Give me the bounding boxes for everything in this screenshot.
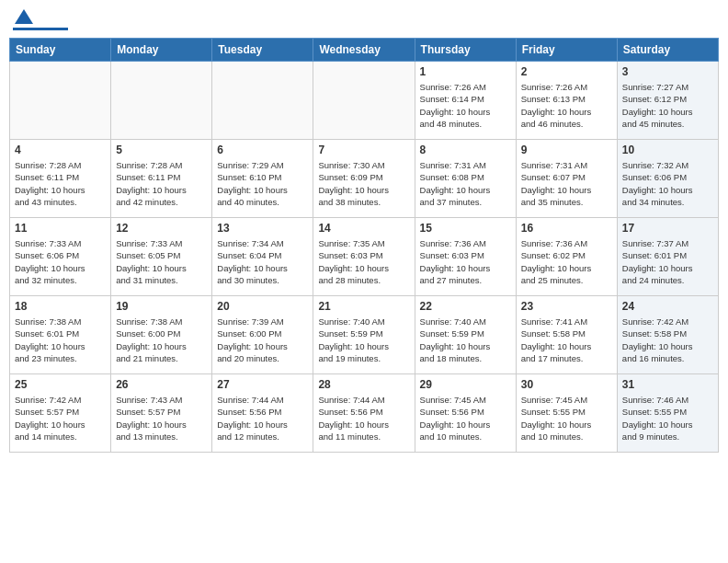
day-number: 22	[420, 300, 511, 313]
day-info: Sunrise: 7:36 AMSunset: 6:02 PMDaylight:…	[521, 237, 612, 286]
day-info: Sunrise: 7:38 AMSunset: 6:01 PMDaylight:…	[15, 316, 106, 364]
table-row: 1Sunrise: 7:26 AMSunset: 6:14 PMDaylight…	[415, 62, 516, 140]
day-number: 23	[521, 300, 612, 313]
table-row: 24Sunrise: 7:42 AMSunset: 5:58 PMDayligh…	[617, 296, 718, 374]
day-number: 9	[521, 144, 612, 156]
day-info: Sunrise: 7:28 AMSunset: 6:11 PMDaylight:…	[116, 159, 207, 208]
table-row	[10, 62, 111, 140]
logo	[13, 9, 68, 30]
day-number: 30	[521, 378, 612, 391]
day-info: Sunrise: 7:26 AMSunset: 6:14 PMDaylight:…	[420, 81, 511, 130]
day-info: Sunrise: 7:32 AMSunset: 6:06 PMDaylight:…	[622, 159, 713, 208]
day-info: Sunrise: 7:42 AMSunset: 5:58 PMDaylight:…	[622, 316, 713, 364]
column-header-saturday: Saturday	[617, 39, 718, 62]
column-header-thursday: Thursday	[415, 39, 516, 62]
day-number: 28	[318, 378, 409, 391]
table-row: 16Sunrise: 7:36 AMSunset: 6:02 PMDayligh…	[516, 218, 617, 296]
day-number: 25	[15, 378, 106, 391]
table-row: 29Sunrise: 7:45 AMSunset: 5:56 PMDayligh…	[415, 374, 516, 453]
day-info: Sunrise: 7:36 AMSunset: 6:03 PMDaylight:…	[420, 237, 511, 286]
table-row: 28Sunrise: 7:44 AMSunset: 5:56 PMDayligh…	[313, 374, 415, 453]
day-number: 14	[318, 222, 409, 235]
day-info: Sunrise: 7:26 AMSunset: 6:13 PMDaylight:…	[521, 81, 612, 130]
table-row: 9Sunrise: 7:31 AMSunset: 6:07 PMDaylight…	[516, 140, 617, 218]
day-number: 5	[116, 144, 207, 156]
table-row: 15Sunrise: 7:36 AMSunset: 6:03 PMDayligh…	[415, 218, 516, 296]
day-number: 24	[622, 300, 713, 313]
day-number: 29	[420, 378, 511, 391]
column-header-wednesday: Wednesday	[313, 39, 415, 62]
day-info: Sunrise: 7:39 AMSunset: 6:00 PMDaylight:…	[217, 316, 308, 364]
day-info: Sunrise: 7:40 AMSunset: 5:59 PMDaylight:…	[420, 316, 511, 364]
day-info: Sunrise: 7:45 AMSunset: 5:55 PMDaylight:…	[521, 394, 612, 442]
table-row: 22Sunrise: 7:40 AMSunset: 5:59 PMDayligh…	[415, 296, 516, 374]
table-row: 10Sunrise: 7:32 AMSunset: 6:06 PMDayligh…	[617, 140, 718, 218]
table-row: 23Sunrise: 7:41 AMSunset: 5:58 PMDayligh…	[516, 296, 617, 374]
week-row-2: 4Sunrise: 7:28 AMSunset: 6:11 PMDaylight…	[10, 140, 719, 218]
day-number: 13	[217, 222, 308, 235]
table-row: 26Sunrise: 7:43 AMSunset: 5:57 PMDayligh…	[111, 374, 212, 453]
table-row	[212, 62, 313, 140]
column-header-sunday: Sunday	[10, 39, 111, 62]
column-header-monday: Monday	[111, 39, 212, 62]
week-row-5: 25Sunrise: 7:42 AMSunset: 5:57 PMDayligh…	[10, 374, 719, 453]
day-number: 31	[622, 378, 713, 391]
column-header-tuesday: Tuesday	[212, 39, 313, 62]
day-number: 21	[318, 300, 409, 313]
day-info: Sunrise: 7:29 AMSunset: 6:10 PMDaylight:…	[217, 159, 308, 208]
day-info: Sunrise: 7:37 AMSunset: 6:01 PMDaylight:…	[622, 237, 713, 286]
day-number: 17	[622, 222, 713, 235]
day-info: Sunrise: 7:33 AMSunset: 6:05 PMDaylight:…	[116, 237, 207, 286]
table-row: 25Sunrise: 7:42 AMSunset: 5:57 PMDayligh…	[10, 374, 111, 453]
table-row: 8Sunrise: 7:31 AMSunset: 6:08 PMDaylight…	[415, 140, 516, 218]
day-info: Sunrise: 7:44 AMSunset: 5:56 PMDaylight:…	[318, 394, 409, 442]
table-row: 6Sunrise: 7:29 AMSunset: 6:10 PMDaylight…	[212, 140, 313, 218]
table-row: 2Sunrise: 7:26 AMSunset: 6:13 PMDaylight…	[516, 62, 617, 140]
logo-underline	[13, 28, 68, 30]
day-number: 27	[217, 378, 308, 391]
header	[9, 9, 719, 30]
table-row	[313, 62, 415, 140]
day-info: Sunrise: 7:31 AMSunset: 6:08 PMDaylight:…	[420, 159, 511, 208]
table-row: 7Sunrise: 7:30 AMSunset: 6:09 PMDaylight…	[313, 140, 415, 218]
day-number: 12	[116, 222, 207, 235]
day-number: 3	[622, 65, 713, 78]
table-row: 13Sunrise: 7:34 AMSunset: 6:04 PMDayligh…	[212, 218, 313, 296]
table-row: 5Sunrise: 7:28 AMSunset: 6:11 PMDaylight…	[111, 140, 212, 218]
day-info: Sunrise: 7:27 AMSunset: 6:12 PMDaylight:…	[622, 81, 713, 130]
day-info: Sunrise: 7:34 AMSunset: 6:04 PMDaylight:…	[217, 237, 308, 286]
week-row-3: 11Sunrise: 7:33 AMSunset: 6:06 PMDayligh…	[10, 218, 719, 296]
table-row: 17Sunrise: 7:37 AMSunset: 6:01 PMDayligh…	[617, 218, 718, 296]
day-info: Sunrise: 7:43 AMSunset: 5:57 PMDaylight:…	[116, 394, 207, 442]
table-row: 11Sunrise: 7:33 AMSunset: 6:06 PMDayligh…	[10, 218, 111, 296]
day-number: 4	[15, 144, 106, 156]
table-row: 19Sunrise: 7:38 AMSunset: 6:00 PMDayligh…	[111, 296, 212, 374]
day-info: Sunrise: 7:40 AMSunset: 5:59 PMDaylight:…	[318, 316, 409, 364]
table-row	[111, 62, 212, 140]
table-row: 12Sunrise: 7:33 AMSunset: 6:05 PMDayligh…	[111, 218, 212, 296]
day-number: 11	[15, 222, 106, 235]
week-row-4: 18Sunrise: 7:38 AMSunset: 6:01 PMDayligh…	[10, 296, 719, 374]
day-info: Sunrise: 7:35 AMSunset: 6:03 PMDaylight:…	[318, 237, 409, 286]
day-info: Sunrise: 7:44 AMSunset: 5:56 PMDaylight:…	[217, 394, 308, 442]
day-number: 18	[15, 300, 106, 313]
day-number: 26	[116, 378, 207, 391]
table-row: 3Sunrise: 7:27 AMSunset: 6:12 PMDaylight…	[617, 62, 718, 140]
day-number: 15	[420, 222, 511, 235]
day-info: Sunrise: 7:46 AMSunset: 5:55 PMDaylight:…	[622, 394, 713, 442]
table-row: 18Sunrise: 7:38 AMSunset: 6:01 PMDayligh…	[10, 296, 111, 374]
day-number: 1	[420, 65, 511, 78]
day-number: 8	[420, 144, 511, 156]
table-row: 14Sunrise: 7:35 AMSunset: 6:03 PMDayligh…	[313, 218, 415, 296]
day-info: Sunrise: 7:30 AMSunset: 6:09 PMDaylight:…	[318, 159, 409, 208]
table-row: 27Sunrise: 7:44 AMSunset: 5:56 PMDayligh…	[212, 374, 313, 453]
table-row: 31Sunrise: 7:46 AMSunset: 5:55 PMDayligh…	[617, 374, 718, 453]
day-number: 20	[217, 300, 308, 313]
day-info: Sunrise: 7:28 AMSunset: 6:11 PMDaylight:…	[15, 159, 106, 208]
day-info: Sunrise: 7:41 AMSunset: 5:58 PMDaylight:…	[521, 316, 612, 364]
day-info: Sunrise: 7:38 AMSunset: 6:00 PMDaylight:…	[116, 316, 207, 364]
day-number: 6	[217, 144, 308, 156]
calendar-table: SundayMondayTuesdayWednesdayThursdayFrid…	[9, 38, 719, 453]
day-number: 19	[116, 300, 207, 313]
table-row: 30Sunrise: 7:45 AMSunset: 5:55 PMDayligh…	[516, 374, 617, 453]
